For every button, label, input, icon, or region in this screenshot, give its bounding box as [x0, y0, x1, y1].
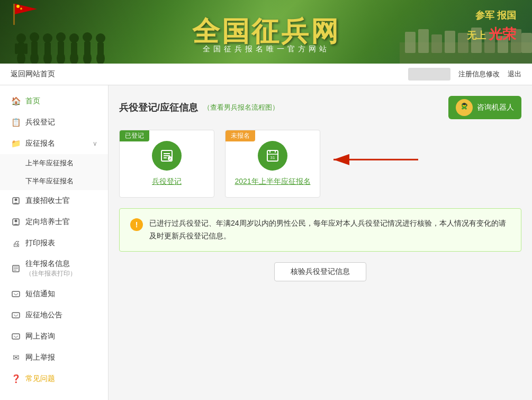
sidebar-sub-apply: 上半年应征报名 下半年应征报名 [0, 154, 108, 190]
svg-point-52 [462, 108, 464, 110]
svg-rect-47 [12, 313, 20, 318]
flag-area [11, 3, 42, 28]
svg-rect-22 [84, 41, 91, 58]
sidebar-item-print[interactable]: 🖨 打印报表 [0, 233, 108, 254]
edit-info-link[interactable]: 注册信息修改 [458, 69, 500, 79]
svg-rect-28 [405, 32, 416, 53]
apply-expand-arrow: ∨ [93, 140, 97, 147]
svg-rect-31 [445, 31, 455, 53]
svg-rect-13 [44, 42, 51, 58]
sidebar-item-report[interactable]: ✉ 网上举报 [0, 347, 108, 368]
sidebar: 🏠 首页 📋 兵役登记 📁 应征报名 ∨ 上半年应征报名 下半年应征报名 直接招… [0, 85, 109, 400]
top-nav-right: 注册信息修改 退出 [408, 68, 521, 81]
sidebar-label-faq: 常见问题 [25, 374, 55, 384]
sidebar-item-home[interactable]: 🏠 首页 [0, 91, 108, 112]
card-military-register: 已登记 ✓ 兵役登记 [119, 130, 214, 198]
sidebar-label-local-notice: 应征地公告 [25, 310, 62, 320]
svg-point-11 [30, 32, 39, 42]
notice-warning-icon: ! [130, 218, 143, 231]
verify-button[interactable]: 核验兵役登记信息 [274, 262, 366, 281]
sidebar-item-apply-first[interactable]: 上半年应征报名 [0, 154, 108, 172]
svg-point-39 [15, 199, 17, 201]
svg-point-20 [69, 33, 79, 43]
consultant-button[interactable]: 咨询机器人 [448, 96, 521, 119]
report-icon: ✉ [11, 352, 21, 363]
svg-rect-5 [18, 42, 24, 58]
svg-point-23 [83, 32, 92, 42]
sidebar-item-military-register[interactable]: 📋 兵役登记 [0, 112, 108, 133]
svg-point-26 [96, 33, 105, 43]
sidebar-label-home: 首页 [25, 96, 40, 106]
notice-icon [11, 310, 21, 321]
svg-rect-30 [431, 34, 442, 53]
sidebar-label-orient: 定向培养士官 [25, 217, 70, 227]
logout-link[interactable]: 退出 [508, 69, 521, 79]
sidebar-item-apply-second[interactable]: 下半年应征报名 [0, 172, 108, 190]
faq-icon: ❓ [11, 374, 21, 384]
svg-text:✓: ✓ [169, 157, 172, 161]
sidebar-item-sms[interactable]: 短信通知 [0, 283, 108, 305]
verify-btn-area: 核验兵役登记信息 [119, 262, 521, 281]
orient-icon [11, 217, 21, 227]
sidebar-item-apply[interactable]: 📁 应征报名 ∨ [0, 133, 108, 154]
header-banner: 全国征兵网 全国征兵报名唯一官方网站 参军 报国 无上 光荣 [0, 0, 532, 64]
cards-section: 已登记 ✓ 兵役登记 未报名 [119, 130, 521, 198]
sidebar-label-online-consult: 网上咨询 [25, 332, 55, 341]
card-label-register[interactable]: 兵役登记 [152, 177, 182, 186]
sidebar-label-sms: 短信通知 [25, 289, 55, 299]
consultant-icon [456, 99, 473, 116]
svg-rect-7 [15, 43, 18, 54]
slogan-line2: 无上 [467, 30, 486, 41]
cards-row: 已登记 ✓ 兵役登记 未报名 [119, 130, 521, 198]
svg-point-14 [43, 33, 52, 43]
notice-box: ! 已进行过兵役登记、年满24周岁以内的男性公民，每年应对本人兵役登记情况进行核… [119, 208, 521, 252]
banner-slogan: 参军 报国 无上 光荣 [467, 8, 516, 45]
print-icon: 🖨 [11, 238, 21, 248]
page-title: 兵役登记/应征信息 [119, 101, 198, 114]
svg-rect-19 [71, 42, 77, 58]
badge-not-registered: 未报名 [226, 130, 255, 141]
back-home-link[interactable]: 返回网站首页 [11, 69, 55, 79]
sidebar-item-online-consult[interactable]: 网上咨询 [0, 326, 108, 347]
history-icon [11, 263, 21, 274]
apply-icon: 📁 [11, 138, 21, 149]
flow-chart-link[interactable]: （查看男兵报名流程图） [203, 103, 279, 112]
badge-registered: 已登记 [120, 130, 149, 141]
svg-point-6 [16, 33, 26, 43]
svg-rect-8 [24, 43, 28, 54]
svg-point-53 [465, 108, 467, 110]
page-title-bar: 兵役登记/应征信息 （查看男兵报名流程图） [119, 96, 521, 119]
main-layout: 🏠 首页 📋 兵役登记 📁 应征报名 ∨ 上半年应征报名 下半年应征报名 直接招… [0, 85, 532, 400]
notice-text: 已进行过兵役登记、年满24周岁以内的男性公民，每年应对本人兵役登记情况进行核验，… [149, 217, 510, 243]
svg-rect-37 [521, 33, 532, 53]
red-arrow-svg [328, 144, 423, 175]
sidebar-label-direct: 直接招收士官 [25, 196, 70, 206]
card-label-apply[interactable]: 2021年上半年应征报名 [235, 177, 310, 186]
svg-point-41 [15, 220, 17, 223]
svg-point-2 [16, 5, 20, 8]
register-icon: 📋 [11, 117, 21, 128]
sidebar-label-register: 兵役登记 [25, 118, 55, 127]
sidebar-item-local-notice[interactable]: 应征地公告 [0, 305, 108, 326]
sidebar-item-faq[interactable]: ❓ 常见问题 [0, 368, 108, 389]
consultant-label: 咨询机器人 [477, 103, 514, 112]
sidebar-item-direct-recruit[interactable]: 直接招收士官 [0, 190, 108, 211]
sidebar-label-print: 打印报表 [25, 238, 55, 248]
svg-rect-46 [12, 291, 20, 297]
sidebar-label-history: 往年报名信息 （往年报表打印） [25, 259, 76, 278]
sidebar-item-orient-train[interactable]: 定向培养士官 [0, 211, 108, 233]
sms-icon [11, 289, 21, 299]
direct-icon [11, 195, 21, 206]
card-icon-apply: 31 [258, 141, 287, 171]
slogan-line1: 参军 报国 [475, 10, 516, 21]
sidebar-item-history[interactable]: 往年报名信息 （往年报表打印） [0, 254, 108, 283]
svg-rect-29 [418, 29, 429, 53]
user-avatar [408, 68, 450, 81]
svg-rect-48 [12, 334, 20, 339]
sidebar-label-apply: 应征报名 [25, 139, 55, 148]
top-nav: 返回网站首页 注册信息修改 退出 [0, 64, 532, 85]
svg-rect-16 [58, 41, 64, 58]
svg-rect-25 [97, 42, 104, 58]
svg-rect-10 [31, 41, 38, 58]
consult-icon [11, 331, 21, 342]
